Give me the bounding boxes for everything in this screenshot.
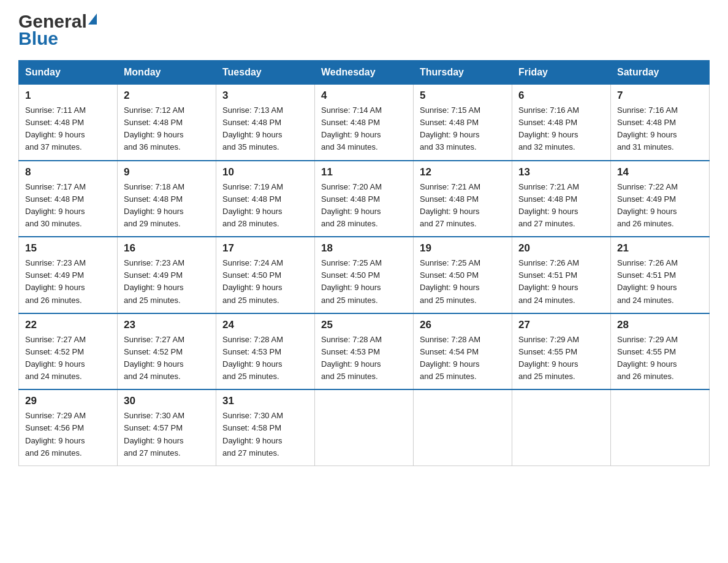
calendar-day-cell: 25 Sunrise: 7:28 AMSunset: 4:53 PMDaylig… (315, 313, 414, 390)
calendar-day-cell: 8 Sunrise: 7:17 AMSunset: 4:48 PMDayligh… (19, 161, 118, 237)
calendar-day-cell: 30 Sunrise: 7:30 AMSunset: 4:57 PMDaylig… (118, 389, 216, 465)
day-info: Sunrise: 7:18 AMSunset: 4:48 PMDaylight:… (124, 182, 184, 228)
calendar-day-cell: 18 Sunrise: 7:25 AMSunset: 4:50 PMDaylig… (315, 237, 414, 313)
day-number: 10 (222, 166, 308, 178)
day-number: 14 (617, 166, 703, 178)
calendar-day-cell: 14 Sunrise: 7:22 AMSunset: 4:49 PMDaylig… (611, 161, 710, 237)
calendar-day-cell: 31 Sunrise: 7:30 AMSunset: 4:58 PMDaylig… (216, 389, 315, 465)
day-number: 7 (617, 90, 703, 102)
day-info: Sunrise: 7:29 AMSunset: 4:55 PMDaylight:… (617, 335, 678, 381)
weekday-header-thursday: Thursday (414, 61, 512, 85)
logo: General Blue (18, 12, 98, 49)
calendar-day-cell: 12 Sunrise: 7:21 AMSunset: 4:48 PMDaylig… (414, 161, 512, 237)
calendar-day-cell (414, 389, 512, 465)
calendar-day-cell: 23 Sunrise: 7:27 AMSunset: 4:52 PMDaylig… (118, 313, 216, 390)
calendar-day-cell: 22 Sunrise: 7:27 AMSunset: 4:52 PMDaylig… (19, 313, 118, 390)
day-number: 17 (222, 242, 308, 255)
day-number: 18 (321, 242, 407, 255)
calendar-day-cell: 20 Sunrise: 7:26 AMSunset: 4:51 PMDaylig… (512, 237, 611, 313)
weekday-header-friday: Friday (512, 61, 611, 85)
calendar-day-cell: 4 Sunrise: 7:14 AMSunset: 4:48 PMDayligh… (315, 85, 414, 161)
calendar-day-cell: 11 Sunrise: 7:20 AMSunset: 4:48 PMDaylig… (315, 161, 414, 237)
calendar-day-cell: 7 Sunrise: 7:16 AMSunset: 4:48 PMDayligh… (611, 85, 710, 161)
calendar-header: SundayMondayTuesdayWednesdayThursdayFrid… (19, 61, 710, 85)
day-info: Sunrise: 7:25 AMSunset: 4:50 PMDaylight:… (420, 258, 480, 304)
day-number: 31 (222, 395, 308, 407)
day-number: 29 (25, 395, 111, 407)
calendar-week-row: 29 Sunrise: 7:29 AMSunset: 4:56 PMDaylig… (19, 389, 710, 465)
day-info: Sunrise: 7:26 AMSunset: 4:51 PMDaylight:… (617, 258, 678, 304)
calendar-day-cell: 19 Sunrise: 7:25 AMSunset: 4:50 PMDaylig… (414, 237, 512, 313)
calendar-week-row: 22 Sunrise: 7:27 AMSunset: 4:52 PMDaylig… (19, 313, 710, 390)
day-number: 20 (518, 242, 604, 255)
day-info: Sunrise: 7:14 AMSunset: 4:48 PMDaylight:… (321, 105, 382, 151)
calendar-day-cell: 2 Sunrise: 7:12 AMSunset: 4:48 PMDayligh… (118, 85, 216, 161)
calendar-day-cell (611, 389, 710, 465)
calendar-week-row: 8 Sunrise: 7:17 AMSunset: 4:48 PMDayligh… (19, 161, 710, 237)
calendar-day-cell: 27 Sunrise: 7:29 AMSunset: 4:55 PMDaylig… (512, 313, 611, 390)
day-number: 6 (518, 90, 604, 102)
calendar-day-cell: 28 Sunrise: 7:29 AMSunset: 4:55 PMDaylig… (611, 313, 710, 390)
calendar-day-cell: 1 Sunrise: 7:11 AMSunset: 4:48 PMDayligh… (19, 85, 118, 161)
calendar-week-row: 15 Sunrise: 7:23 AMSunset: 4:49 PMDaylig… (19, 237, 710, 313)
day-number: 1 (25, 90, 111, 102)
day-info: Sunrise: 7:19 AMSunset: 4:48 PMDaylight:… (222, 182, 283, 228)
day-info: Sunrise: 7:27 AMSunset: 4:52 PMDaylight:… (124, 335, 184, 381)
day-number: 25 (321, 319, 407, 331)
day-info: Sunrise: 7:16 AMSunset: 4:48 PMDaylight:… (617, 105, 678, 151)
day-number: 8 (25, 166, 111, 178)
day-number: 21 (617, 242, 703, 255)
day-info: Sunrise: 7:23 AMSunset: 4:49 PMDaylight:… (25, 258, 86, 304)
calendar-day-cell: 29 Sunrise: 7:29 AMSunset: 4:56 PMDaylig… (19, 389, 118, 465)
calendar-day-cell: 3 Sunrise: 7:13 AMSunset: 4:48 PMDayligh… (216, 85, 315, 161)
day-info: Sunrise: 7:30 AMSunset: 4:57 PMDaylight:… (124, 411, 184, 457)
weekday-header-wednesday: Wednesday (315, 61, 414, 85)
day-number: 26 (420, 319, 506, 331)
day-info: Sunrise: 7:15 AMSunset: 4:48 PMDaylight:… (420, 105, 480, 151)
logo-blue-text: Blue (18, 28, 58, 48)
calendar-day-cell: 6 Sunrise: 7:16 AMSunset: 4:48 PMDayligh… (512, 85, 611, 161)
day-number: 30 (124, 395, 210, 407)
weekday-header-sunday: Sunday (19, 61, 118, 85)
weekday-header-row: SundayMondayTuesdayWednesdayThursdayFrid… (19, 61, 710, 85)
calendar-day-cell: 5 Sunrise: 7:15 AMSunset: 4:48 PMDayligh… (414, 85, 512, 161)
calendar-day-cell: 16 Sunrise: 7:23 AMSunset: 4:49 PMDaylig… (118, 237, 216, 313)
day-info: Sunrise: 7:21 AMSunset: 4:48 PMDaylight:… (420, 182, 480, 228)
calendar-day-cell: 10 Sunrise: 7:19 AMSunset: 4:48 PMDaylig… (216, 161, 315, 237)
calendar-day-cell (315, 389, 414, 465)
calendar-body: 1 Sunrise: 7:11 AMSunset: 4:48 PMDayligh… (19, 85, 710, 466)
day-number: 9 (124, 166, 210, 178)
day-info: Sunrise: 7:27 AMSunset: 4:52 PMDaylight:… (25, 335, 86, 381)
day-info: Sunrise: 7:23 AMSunset: 4:49 PMDaylight:… (124, 258, 184, 304)
day-info: Sunrise: 7:22 AMSunset: 4:49 PMDaylight:… (617, 182, 678, 228)
day-info: Sunrise: 7:28 AMSunset: 4:53 PMDaylight:… (321, 335, 382, 381)
day-info: Sunrise: 7:13 AMSunset: 4:48 PMDaylight:… (222, 105, 283, 151)
day-number: 5 (420, 90, 506, 102)
calendar-day-cell: 21 Sunrise: 7:26 AMSunset: 4:51 PMDaylig… (611, 237, 710, 313)
day-number: 22 (25, 319, 111, 331)
day-number: 13 (518, 166, 604, 178)
weekday-header-monday: Monday (118, 61, 216, 85)
day-info: Sunrise: 7:16 AMSunset: 4:48 PMDaylight:… (518, 105, 579, 151)
day-number: 3 (222, 90, 308, 102)
calendar-day-cell: 17 Sunrise: 7:24 AMSunset: 4:50 PMDaylig… (216, 237, 315, 313)
day-number: 2 (124, 90, 210, 102)
calendar-week-row: 1 Sunrise: 7:11 AMSunset: 4:48 PMDayligh… (19, 85, 710, 161)
logo-arrow-icon (88, 13, 97, 25)
day-info: Sunrise: 7:25 AMSunset: 4:50 PMDaylight:… (321, 258, 382, 304)
day-number: 27 (518, 319, 604, 331)
day-number: 24 (222, 319, 308, 331)
day-info: Sunrise: 7:24 AMSunset: 4:50 PMDaylight:… (222, 258, 283, 304)
calendar-day-cell (512, 389, 611, 465)
calendar-day-cell: 24 Sunrise: 7:28 AMSunset: 4:53 PMDaylig… (216, 313, 315, 390)
day-info: Sunrise: 7:21 AMSunset: 4:48 PMDaylight:… (518, 182, 579, 228)
day-info: Sunrise: 7:30 AMSunset: 4:58 PMDaylight:… (222, 411, 283, 457)
day-info: Sunrise: 7:12 AMSunset: 4:48 PMDaylight:… (124, 105, 184, 151)
calendar-day-cell: 13 Sunrise: 7:21 AMSunset: 4:48 PMDaylig… (512, 161, 611, 237)
day-number: 19 (420, 242, 506, 255)
day-info: Sunrise: 7:29 AMSunset: 4:55 PMDaylight:… (518, 335, 579, 381)
day-info: Sunrise: 7:26 AMSunset: 4:51 PMDaylight:… (518, 258, 579, 304)
day-number: 16 (124, 242, 210, 255)
day-number: 28 (617, 319, 703, 331)
calendar-day-cell: 26 Sunrise: 7:28 AMSunset: 4:54 PMDaylig… (414, 313, 512, 390)
